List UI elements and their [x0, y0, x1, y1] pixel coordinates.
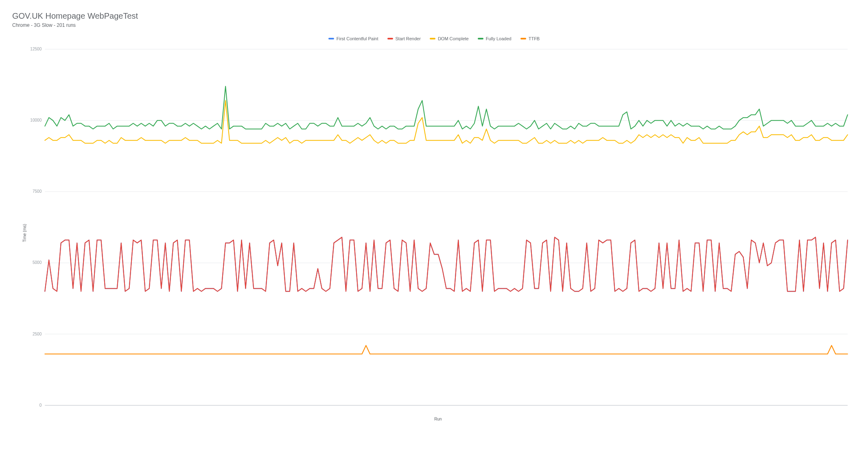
chart-area: Time (ms) 02500500075001000012500 Run	[24, 45, 852, 421]
legend-item[interactable]: TTFB	[520, 36, 540, 41]
chart-subtitle: Chrome - 3G Slow - 201 runs	[12, 22, 856, 28]
svg-text:7500: 7500	[33, 189, 42, 194]
legend-swatch	[430, 38, 435, 39]
svg-text:5000: 5000	[33, 260, 42, 265]
series-line	[45, 86, 848, 129]
chart-page: GOV.UK Homepage WebPageTest Chrome - 3G …	[0, 0, 868, 429]
legend-label: TTFB	[529, 36, 540, 41]
y-axis-label: Time (ms)	[22, 224, 27, 242]
chart-title: GOV.UK Homepage WebPageTest	[12, 11, 856, 21]
svg-text:0: 0	[39, 403, 42, 407]
legend-swatch	[520, 38, 526, 39]
legend-item[interactable]: Fully Loaded	[478, 36, 512, 41]
x-axis-label: Run	[24, 417, 852, 421]
legend-item[interactable]: First Contentful Paint	[328, 36, 378, 41]
svg-text:12500: 12500	[30, 47, 42, 51]
legend-label: Fully Loaded	[486, 36, 512, 41]
legend-label: Start Render	[396, 36, 421, 41]
svg-text:10000: 10000	[30, 118, 42, 122]
legend-swatch	[328, 38, 334, 39]
legend-item[interactable]: DOM Complete	[430, 36, 469, 41]
legend-swatch	[478, 38, 483, 39]
legend-label: First Contentful Paint	[337, 36, 378, 41]
chart-legend: First Contentful PaintStart RenderDOM Co…	[12, 36, 856, 41]
legend-swatch	[387, 38, 393, 39]
series-line	[45, 100, 848, 143]
legend-item[interactable]: Start Render	[387, 36, 421, 41]
legend-label: DOM Complete	[438, 36, 469, 41]
series-line	[45, 346, 848, 354]
svg-text:2500: 2500	[33, 332, 42, 336]
line-chart-svg: 02500500075001000012500	[24, 45, 852, 414]
series-line	[45, 237, 848, 291]
